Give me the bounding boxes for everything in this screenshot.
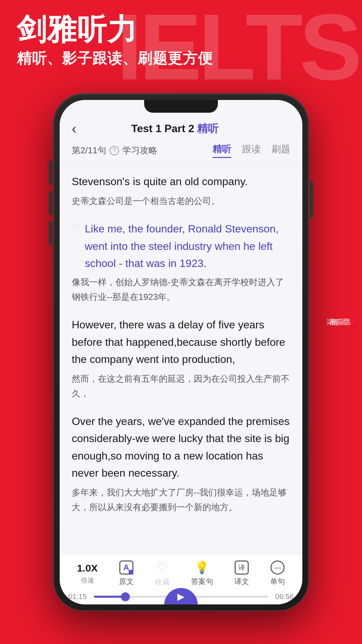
speed-button[interactable]: 1.0X 倍速 (77, 562, 98, 585)
sentence-block-2: ♡ Like me, the founder, Ronald Stevenson… (72, 220, 290, 304)
app-content: ‹ Test 1 Part 2 精听 第2/11句 ? 学习攻略 精听 (60, 100, 302, 604)
sentence-block-3: However, there was a delay of five years… (72, 316, 290, 401)
time-total: 06:56 (274, 592, 294, 601)
sentence-4-chinese: 多年来，我们大大地扩大了厂房--我们很幸运，场地足够大，所以从来没有必要搬到一个… (72, 485, 290, 515)
single-button[interactable]: — 单句 (270, 560, 285, 587)
help-icon[interactable]: ? (110, 146, 119, 155)
translate-icon: 译 (235, 560, 249, 575)
original-icon: A (119, 560, 133, 575)
sentence-info: 第2/11句 ? 学习攻略 (72, 145, 157, 156)
translate-label: 译文 (234, 577, 249, 587)
collect-icon: ♡ (157, 560, 168, 575)
side-decoration: 精听·跟读·刷题更方便 (338, 317, 357, 327)
single-icon: — (270, 560, 285, 575)
toolbar-items: 1.0X 倍速 A 原文 ♡ (66, 560, 296, 587)
mode-row: 第2/11句 ? 学习攻略 精听 跟读 刷题 (60, 140, 302, 163)
nav-bar: ‹ Test 1 Part 2 精听 (60, 115, 302, 140)
collect-button[interactable]: ♡ 收藏 (155, 560, 170, 587)
header-area: 剑雅听力 精听、影子跟读、刷题更方便 (17, 13, 213, 68)
phone-screen: ‹ Test 1 Part 2 精听 第2/11句 ? 学习攻略 精听 (60, 100, 302, 604)
back-button[interactable]: ‹ (72, 122, 76, 136)
speed-value: 1.0X (77, 562, 98, 574)
collect-label: 收藏 (155, 577, 170, 587)
sentence-counter: 第2/11句 (72, 145, 106, 156)
sentence-4-english: Over the years, we've expanded the premi… (72, 413, 290, 482)
original-button[interactable]: A 原文 (119, 560, 134, 587)
sentence-block-1: Stevenson's is quite an old company. 史蒂文… (72, 173, 290, 208)
nav-title: Test 1 Part 2 精听 (76, 121, 274, 136)
speed-label: 倍速 (81, 576, 94, 585)
single-label: 单句 (270, 577, 285, 587)
heart-icon[interactable]: ♡ (72, 222, 80, 233)
phone-mockup: ‹ Test 1 Part 2 精听 第2/11句 ? 学习攻略 精听 (54, 94, 308, 617)
original-label: 原文 (119, 577, 134, 587)
answer-button[interactable]: 💡 答案句 (191, 560, 213, 587)
phone-notch (144, 100, 218, 113)
highlighted-row: ♡ Like me, the founder, Ronald Stevenson… (72, 220, 290, 272)
sentence-1-english: Stevenson's is quite an old company. (72, 173, 290, 190)
nav-title-mode: 精听 (197, 122, 219, 135)
tab-shuti[interactable]: 刷题 (272, 143, 290, 158)
nav-title-main: Test 1 Part 2 (131, 122, 197, 135)
answer-icon: 💡 (194, 560, 209, 575)
strategy-link[interactable]: 学习攻略 (122, 145, 157, 156)
sentence-3-chinese: 然而，在这之前有五年的延迟，因为在公司投入生产前不久， (72, 371, 290, 401)
mode-tabs: 精听 跟读 刷题 (213, 143, 290, 158)
content-area: Stevenson's is quite an old company. 史蒂文… (60, 163, 302, 554)
sentence-2-chinese: 像我一样，创始人罗纳德-史蒂文森在离开学校时进入了钢铁行业--那是在1923年。 (72, 275, 290, 304)
tab-jingting[interactable]: 精听 (213, 143, 231, 158)
tab-genzong[interactable]: 跟读 (242, 143, 261, 158)
sentence-block-4: Over the years, we've expanded the premi… (72, 413, 290, 515)
progress-fill (94, 596, 125, 598)
translate-button[interactable]: 译 译文 (234, 560, 249, 587)
sentence-1-chinese: 史蒂文森公司是一个相当古老的公司。 (72, 194, 290, 208)
header-subtitle: 精听、影子跟读、刷题更方便 (17, 49, 213, 68)
answer-label: 答案句 (191, 577, 213, 587)
sentence-3-english: However, there was a delay of five years… (72, 316, 290, 368)
time-current: 01:15 (68, 592, 88, 601)
sentence-2-english: Like me, the founder, Ronald Stevenson, … (85, 220, 290, 272)
progress-thumb[interactable] (121, 592, 130, 601)
header-title: 剑雅听力 (17, 13, 213, 46)
phone-outer: ‹ Test 1 Part 2 精听 第2/11句 ? 学习攻略 精听 (54, 94, 308, 610)
